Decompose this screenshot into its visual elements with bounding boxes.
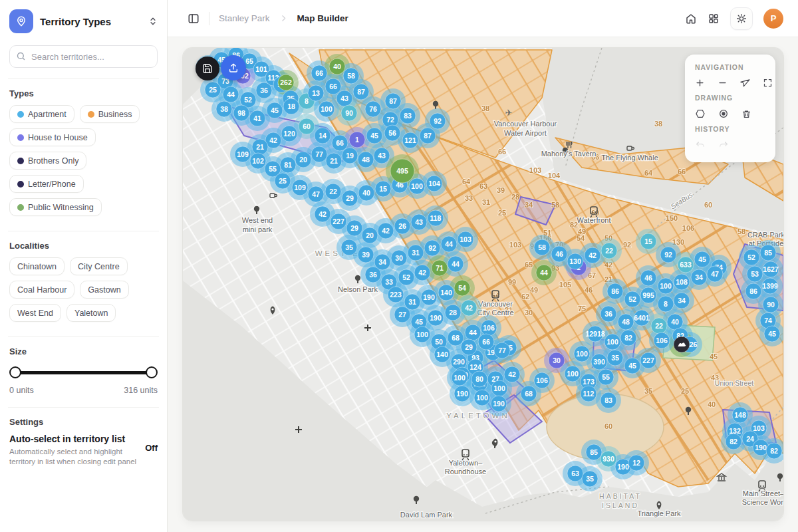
territory-marker[interactable]: 26 xyxy=(394,218,410,234)
locate-button[interactable] xyxy=(740,78,750,88)
locality-chip-yaletown[interactable]: Yaletown xyxy=(66,304,116,322)
territory-marker[interactable]: 36 xyxy=(600,306,616,322)
territory-marker[interactable]: 14 xyxy=(315,128,331,144)
delete-shape-button[interactable] xyxy=(741,109,751,119)
territory-marker[interactable]: 81 xyxy=(280,157,296,173)
territory-marker[interactable]: 29 xyxy=(461,339,477,355)
territory-marker[interactable]: 190 xyxy=(491,396,507,412)
territory-marker[interactable]: 22 xyxy=(325,184,341,200)
territory-marker[interactable]: 54 xyxy=(454,280,470,296)
territory-marker[interactable]: 53 xyxy=(747,266,763,282)
zoom-in-button[interactable] xyxy=(695,78,705,88)
size-slider-max-handle[interactable] xyxy=(146,366,158,378)
territory-marker[interactable]: 55 xyxy=(598,369,614,385)
locality-chip-west-end[interactable]: West End xyxy=(9,304,61,322)
auto-select-setting[interactable]: Auto-select in territory list Automatica… xyxy=(9,434,158,467)
home-icon[interactable] xyxy=(685,13,697,25)
territory-marker[interactable]: 190 xyxy=(428,310,444,326)
territory-marker[interactable]: 44 xyxy=(465,325,481,340)
territory-marker[interactable]: 112 xyxy=(581,386,597,402)
territory-marker[interactable]: 42 xyxy=(414,265,430,281)
territory-marker[interactable]: 82 xyxy=(726,434,741,450)
territory-marker[interactable]: 86 xyxy=(745,283,761,299)
territory-marker[interactable]: 31 xyxy=(408,245,424,261)
territory-marker[interactable]: 106 xyxy=(534,372,550,388)
territory-marker[interactable]: 104 xyxy=(426,176,442,192)
territory-marker[interactable]: 25 xyxy=(275,173,291,189)
territory-marker[interactable]: 930 xyxy=(600,451,616,467)
type-chip-brothers-only[interactable]: Brothers Only xyxy=(9,152,86,170)
territory-marker[interactable]: 20 xyxy=(362,227,378,243)
territory-marker[interactable]: 633 xyxy=(678,257,694,273)
territory-marker[interactable]: 66 xyxy=(311,65,327,81)
territory-marker[interactable]: 43 xyxy=(374,148,390,164)
territory-marker[interactable]: 102 xyxy=(250,153,266,169)
territory-marker[interactable]: 35 xyxy=(582,471,598,487)
territory-marker[interactable]: 45 xyxy=(366,128,382,144)
territory-marker[interactable]: 71 xyxy=(432,260,448,276)
territory-marker[interactable]: 44 xyxy=(441,236,457,252)
territory-marker[interactable]: 100 xyxy=(565,366,581,382)
territory-marker[interactable]: 262 xyxy=(278,74,294,90)
territory-marker[interactable]: 27 xyxy=(394,307,410,323)
territory-marker[interactable]: 40 xyxy=(329,59,345,74)
territory-marker[interactable]: 190 xyxy=(454,386,470,402)
territory-marker[interactable]: 8 xyxy=(658,296,674,312)
territory-marker[interactable]: 76 xyxy=(365,101,381,117)
territory-marker[interactable]: 90 xyxy=(341,105,357,121)
territory-marker[interactable]: 63 xyxy=(567,466,583,481)
type-chip-letter-phone[interactable]: Letter/Phone xyxy=(9,175,84,193)
territory-marker[interactable]: 68 xyxy=(521,386,537,402)
territory-marker[interactable]: 30 xyxy=(549,352,565,368)
territory-marker[interactable]: 15 xyxy=(640,233,656,249)
territory-marker[interactable]: 34 xyxy=(691,269,707,285)
territory-marker[interactable]: 120 xyxy=(281,126,297,142)
territory-marker[interactable]: 86 xyxy=(607,283,623,299)
size-slider-min-handle[interactable] xyxy=(9,366,21,378)
territory-marker[interactable]: 227 xyxy=(331,213,346,229)
territory-marker[interactable]: 995 xyxy=(640,287,656,303)
territory-marker[interactable]: 109 xyxy=(292,180,308,196)
territory-marker[interactable]: 100 xyxy=(474,390,490,406)
zoom-out-button[interactable] xyxy=(718,78,728,88)
territory-marker[interactable]: 22 xyxy=(601,243,617,259)
territory-marker[interactable]: 34 xyxy=(674,293,690,309)
territory-marker[interactable]: 44 xyxy=(223,86,239,102)
undo-button[interactable] xyxy=(695,140,706,150)
sidebar-toggle-icon[interactable] xyxy=(188,13,200,25)
territory-marker[interactable]: 47 xyxy=(308,186,324,202)
type-chip-house-to-house[interactable]: House to House xyxy=(9,128,96,146)
territory-marker[interactable]: 190 xyxy=(421,289,437,305)
territory-marker[interactable]: 106 xyxy=(654,332,670,348)
territory-marker[interactable]: 47 xyxy=(707,266,723,282)
territory-marker[interactable]: 66 xyxy=(478,334,494,350)
territory-marker[interactable]: 77 xyxy=(494,342,510,358)
territory-marker[interactable]: 109 xyxy=(235,146,251,162)
locality-chip-city-centre[interactable]: City Centre xyxy=(70,257,128,275)
territory-marker[interactable]: 35 xyxy=(607,350,623,366)
territory-marker[interactable]: 77 xyxy=(311,146,327,162)
territory-marker[interactable]: 45 xyxy=(694,251,710,267)
auto-select-value[interactable]: Off xyxy=(145,434,158,453)
territory-marker[interactable]: 13 xyxy=(308,85,324,101)
territory-marker[interactable]: 19 xyxy=(342,148,358,164)
territory-marker[interactable]: 227 xyxy=(640,352,656,368)
territory-marker[interactable]: 1 xyxy=(349,132,365,148)
territory-marker[interactable]: 87 xyxy=(385,93,401,109)
territory-marker[interactable]: 223 xyxy=(388,287,404,303)
territory-marker[interactable]: 52 xyxy=(624,291,640,307)
territory-marker[interactable]: 41 xyxy=(249,110,265,126)
territory-marker[interactable]: 87 xyxy=(353,84,369,100)
territory-marker[interactable]: 44 xyxy=(536,265,552,281)
territory-marker[interactable]: 48 xyxy=(618,314,634,330)
territory-marker[interactable]: 21 xyxy=(326,153,342,169)
territory-marker[interactable]: 29 xyxy=(346,220,362,236)
territory-marker[interactable]: 98 xyxy=(233,105,249,121)
territory-marker[interactable]: 80 xyxy=(471,371,487,387)
territory-marker[interactable]: 100 xyxy=(414,327,430,342)
territory-marker[interactable]: 6401 xyxy=(634,310,650,326)
territory-marker[interactable]: 35 xyxy=(341,239,357,255)
apps-grid-icon[interactable] xyxy=(708,13,720,25)
territory-marker[interactable]: 45 xyxy=(624,358,640,374)
territory-marker[interactable]: 68 xyxy=(448,330,464,346)
